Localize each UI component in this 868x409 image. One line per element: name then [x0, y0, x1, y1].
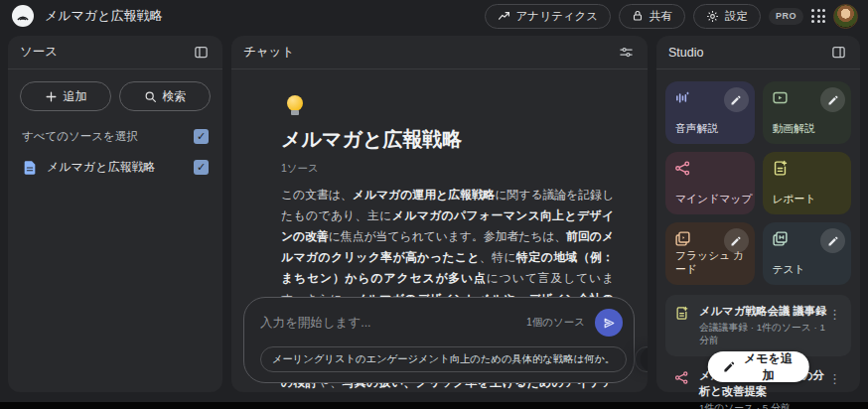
source-list-item[interactable]: メルマガと広報戦略 ✓	[20, 159, 211, 176]
mindmap-card[interactable]: マインドマップ	[665, 152, 755, 214]
trending-up-icon	[498, 10, 510, 23]
suggested-questions-row: メーリングリストのエンゲージメント向上のための具体的な戦略は何か。 広報活動にお…	[260, 346, 623, 372]
add-note-button[interactable]: メモを追加	[707, 351, 809, 382]
chat-panel-header: チャット	[231, 36, 648, 69]
chat-settings-icon[interactable]	[617, 43, 636, 62]
card-label: マインドマップ	[675, 193, 752, 206]
source-count-label: 1ソース	[281, 162, 614, 176]
sources-panel-header: ソース	[8, 36, 222, 69]
edit-pencil-icon[interactable]	[820, 87, 845, 112]
discover-sources-label: 検索	[163, 88, 187, 105]
analytics-button[interactable]: アナリティクス	[485, 4, 611, 29]
header-actions: アナリティクス 共有	[485, 4, 858, 29]
mindmap-icon	[674, 370, 689, 385]
share-button[interactable]: 共有	[619, 4, 685, 29]
chat-panel-title: チャット	[243, 44, 294, 61]
analytics-label: アナリティクス	[516, 9, 598, 24]
app-background: メルマガと広報戦略 アナリティクス 共	[0, 0, 868, 402]
lightbulb-icon	[285, 95, 305, 115]
add-source-button[interactable]: 追加	[20, 81, 111, 111]
suggested-question-chip[interactable]: メーリングリストのエンゲージメント向上のための具体的な戦略は何か。	[260, 346, 627, 372]
add-note-label: メモを追加	[742, 350, 795, 384]
send-button[interactable]	[595, 309, 623, 337]
search-icon	[144, 90, 157, 103]
studio-body: 音声解説 動画解説	[656, 69, 860, 392]
chat-input[interactable]: 入力を開始します...	[260, 315, 526, 332]
gear-icon	[706, 10, 719, 23]
card-label: テスト	[773, 263, 805, 277]
user-avatar[interactable]	[833, 4, 858, 29]
output-title: メルマガ戦略会議 議事録	[699, 304, 827, 319]
output-meta: 会議議事録 · 1件のソース · 1分前	[699, 322, 827, 347]
flashcards-card[interactable]: フラッシュ カード	[665, 222, 755, 285]
google-apps-icon[interactable]	[811, 9, 825, 23]
pencil-icon	[722, 360, 735, 373]
studio-panel-header: Studio	[656, 36, 860, 69]
chat-input-container: 入力を開始します... 1個のソース メーリングリストのエンゲージメント向上のた…	[243, 297, 635, 383]
settings-label: 設定	[725, 9, 748, 24]
studio-cards-grid: 音声解説 動画解説	[665, 81, 851, 285]
notebooklm-logo-icon[interactable]	[12, 5, 34, 27]
studio-panel: Studio	[656, 36, 860, 392]
source-checkbox[interactable]: ✓	[194, 160, 209, 175]
report-card[interactable]: レポート	[763, 152, 852, 214]
sources-panel-title: ソース	[20, 44, 58, 61]
sources-panel-body: 追加 検索 すべてのソースを選択 ✓	[8, 69, 222, 188]
source-name: メルマガと広報戦略	[47, 159, 185, 176]
collapse-panel-icon[interactable]	[192, 43, 211, 62]
send-icon	[603, 317, 616, 330]
notebook-summary-title: メルマガと広報戦略	[281, 126, 614, 153]
edit-pencil-icon[interactable]	[820, 228, 845, 253]
card-label: フラッシュ カード	[675, 249, 755, 277]
add-source-label: 追加	[64, 88, 87, 105]
mindmap-icon	[674, 160, 746, 177]
discover-sources-button[interactable]: 検索	[119, 81, 211, 111]
notebook-title[interactable]: メルマガと広報戦略	[45, 7, 163, 25]
chat-panel: チャット メルマガと広報戦略 1ソース この文書は、メルマガの運用と広報戦略に関…	[231, 36, 648, 392]
notebooklm-app: メルマガと広報戦略 アナリティクス 共	[0, 0, 868, 409]
video-overview-card[interactable]: 動画解説	[763, 81, 852, 144]
collapse-panel-icon[interactable]	[829, 43, 848, 62]
card-label: レポート	[773, 193, 816, 206]
report-icon	[674, 306, 689, 321]
settings-button[interactable]: 設定	[693, 4, 761, 29]
card-label: 動画解説	[773, 122, 815, 136]
select-all-sources-label: すべてのソースを選択	[22, 129, 138, 144]
sources-panel: ソース 追加	[8, 36, 222, 392]
pro-badge: PRO	[769, 8, 803, 25]
studio-panel-title: Studio	[668, 46, 703, 60]
document-icon	[22, 160, 38, 176]
output-meta: 1件のソース · 5 分前	[699, 402, 827, 409]
studio-output-item[interactable]: メルマガ戦略会議 議事録 会議議事録 · 1件のソース · 1分前 ⋮	[665, 295, 851, 356]
audio-overview-card[interactable]: 音声解説	[665, 81, 755, 144]
select-all-checkbox[interactable]: ✓	[194, 129, 209, 144]
card-label: 音声解説	[675, 122, 718, 136]
input-source-count: 1個のソース	[526, 316, 585, 330]
more-options-icon[interactable]: ⋮	[822, 368, 847, 389]
more-options-icon[interactable]: ⋮	[822, 304, 847, 325]
share-label: 共有	[650, 9, 672, 24]
chat-body: メルマガと広報戦略 1ソース この文書は、メルマガの運用と広報戦略に関する議論を…	[231, 69, 648, 392]
quiz-card[interactable]: テスト	[763, 222, 852, 285]
top-header: メルマガと広報戦略 アナリティクス 共	[0, 0, 868, 32]
plus-icon	[45, 90, 58, 103]
report-icon	[772, 160, 843, 177]
edit-pencil-icon[interactable]	[724, 87, 749, 112]
lock-icon	[632, 10, 644, 22]
